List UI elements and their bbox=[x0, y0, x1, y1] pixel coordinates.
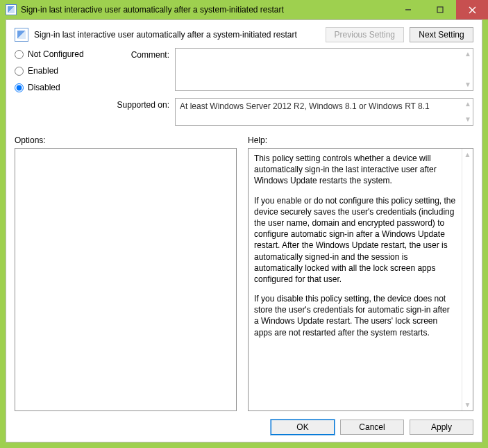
ok-button[interactable]: OK bbox=[271, 420, 335, 435]
client-area: Sign-in last interactive user automatica… bbox=[6, 19, 482, 442]
policy-icon bbox=[15, 28, 28, 42]
radio-enabled[interactable]: Enabled bbox=[15, 66, 108, 76]
scroll-up-icon: ▲ bbox=[464, 101, 471, 108]
maximize-icon bbox=[437, 6, 444, 13]
close-button[interactable] bbox=[456, 0, 488, 19]
radio-disabled-label: Disabled bbox=[28, 83, 60, 92]
policy-title: Sign-in last interactive user automatica… bbox=[34, 30, 320, 40]
radio-enabled-input[interactable] bbox=[15, 67, 24, 76]
svg-rect-1 bbox=[437, 7, 443, 13]
radio-not-configured-label: Not Configured bbox=[28, 49, 84, 59]
window-buttons bbox=[392, 0, 488, 19]
radio-disabled[interactable]: Disabled bbox=[15, 83, 108, 92]
minimize-icon bbox=[405, 6, 412, 13]
radio-not-configured-input[interactable] bbox=[15, 50, 24, 59]
apply-button[interactable]: Apply bbox=[410, 420, 473, 435]
radio-enabled-label: Enabled bbox=[28, 66, 58, 76]
window-frame: Sign-in last interactive user automatica… bbox=[0, 0, 488, 448]
next-setting-button[interactable]: Next Setting bbox=[410, 27, 473, 42]
help-label: Help: bbox=[248, 135, 267, 145]
help-scrollbar[interactable]: ▲ ▼ bbox=[462, 149, 473, 410]
options-pane bbox=[15, 148, 237, 411]
pane-labels: Options: Help: bbox=[15, 135, 473, 145]
comment-label: Comment: bbox=[114, 48, 169, 60]
maximize-button[interactable] bbox=[424, 0, 456, 19]
dialog-footer: OK Cancel Apply bbox=[15, 411, 473, 435]
radio-disabled-input[interactable] bbox=[15, 83, 24, 92]
help-pane: This policy setting controls whether a d… bbox=[248, 148, 473, 411]
nav-buttons: Previous Setting Next Setting bbox=[326, 27, 473, 42]
help-paragraph: This policy setting controls whether a d… bbox=[254, 153, 456, 187]
panes: This policy setting controls whether a d… bbox=[15, 148, 473, 411]
help-text[interactable]: This policy setting controls whether a d… bbox=[249, 149, 462, 410]
dialog-header: Sign-in last interactive user automatica… bbox=[15, 27, 473, 42]
scroll-up-icon: ▲ bbox=[464, 51, 471, 58]
scroll-up-icon[interactable]: ▲ bbox=[464, 151, 471, 158]
help-paragraph: If you enable or do not configure this p… bbox=[254, 195, 456, 285]
supported-textbox: At least Windows Server 2012 R2, Windows… bbox=[175, 98, 473, 126]
radio-not-configured[interactable]: Not Configured bbox=[15, 49, 108, 59]
cancel-button[interactable]: Cancel bbox=[340, 420, 404, 435]
window-title: Sign-in last interactive user automatica… bbox=[21, 5, 392, 15]
options-label: Options: bbox=[15, 135, 237, 145]
state-radios: Not Configured Enabled Disabled bbox=[15, 48, 108, 92]
close-icon bbox=[469, 6, 476, 14]
supported-label: Supported on: bbox=[114, 98, 169, 110]
supported-text: At least Windows Server 2012 R2, Windows… bbox=[180, 101, 430, 111]
settings-grid: Not Configured Enabled Disabled Comment:… bbox=[15, 48, 473, 126]
scroll-down-icon: ▼ bbox=[464, 81, 471, 88]
minimize-button[interactable] bbox=[392, 0, 424, 19]
app-icon bbox=[6, 4, 17, 15]
scroll-down-icon[interactable]: ▼ bbox=[464, 401, 471, 408]
comment-textbox[interactable]: ▲ ▼ bbox=[175, 48, 473, 91]
previous-setting-button[interactable]: Previous Setting bbox=[326, 27, 404, 42]
scroll-down-icon: ▼ bbox=[464, 116, 471, 123]
titlebar[interactable]: Sign-in last interactive user automatica… bbox=[0, 0, 488, 19]
help-paragraph: If you disable this policy setting, the … bbox=[254, 293, 456, 338]
